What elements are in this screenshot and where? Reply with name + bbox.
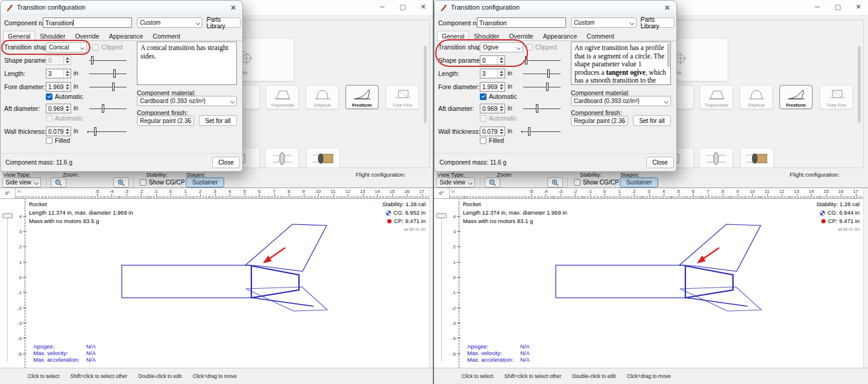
add-bulkhead-button[interactable] [699, 148, 733, 168]
add-freeform-fin-button[interactable]: Freeform [779, 85, 813, 109]
spinner-arrows-icon[interactable] [63, 127, 71, 136]
add-trapezoidal-fin-button[interactable]: Trapezoidal [700, 85, 733, 109]
slider-thumb[interactable] [112, 83, 115, 91]
view-type-select[interactable]: Side view [2, 177, 41, 187]
preset-select[interactable]: Custom [137, 17, 203, 28]
description-scrollbar[interactable] [667, 43, 670, 68]
maximize-button[interactable]: ▢ [398, 2, 407, 11]
spinner-arrows-icon[interactable] [63, 104, 71, 113]
spinner-arrows-icon[interactable] [497, 69, 505, 78]
fore-automatic-checkbox[interactable]: Automatic [46, 93, 83, 100]
slider-thumb[interactable] [528, 127, 530, 136]
close-button[interactable]: ✕ [418, 2, 428, 11]
component-name-input[interactable]: Transition [477, 17, 566, 28]
fore-diameter-slider[interactable] [523, 82, 561, 92]
clipped-checkbox[interactable]: Clipped [92, 43, 123, 51]
minimize-button[interactable]: ─ [377, 2, 387, 11]
aft-diameter-unit[interactable]: in [508, 105, 512, 112]
shape-parameter-slider[interactable] [89, 55, 127, 65]
preset-select[interactable]: Custom [571, 17, 637, 28]
sustainer-stage-toggle[interactable]: Sustainer [620, 177, 658, 187]
top-fin-outline[interactable] [245, 224, 327, 271]
slider-thumb[interactable] [546, 83, 549, 91]
aft-diameter-unit[interactable]: in [74, 105, 78, 112]
wall-thickness-unit[interactable]: in [74, 128, 78, 134]
clipped-checkbox[interactable]: Clipped [526, 43, 557, 51]
fore-automatic-checkbox[interactable]: Automatic [480, 93, 517, 100]
canvas-scrollbar[interactable] [863, 188, 868, 368]
minimize-button[interactable]: ─ [813, 2, 822, 11]
component-material-select[interactable]: Cardboard (0.393 oz/in³) [137, 96, 237, 106]
component-material-select[interactable]: Cardboard (0.393 oz/in³) [571, 96, 671, 106]
aft-automatic-checkbox[interactable]: Automatic [46, 115, 83, 122]
wall-thickness-spinner[interactable]: 0.079 [480, 127, 505, 136]
add-trapezoidal-fin-button[interactable]: Trapezoidal [266, 85, 299, 109]
shape-parameter-spinner[interactable]: 0 [46, 55, 71, 65]
show-cgcp-checkbox[interactable]: Show CG/CP [574, 177, 618, 187]
fore-diameter-unit[interactable]: in [508, 83, 512, 90]
dialog-titlebar[interactable]: Transition configuration ✕ [435, 1, 676, 15]
set-for-all-button[interactable]: Set for all [199, 115, 237, 126]
slider-thumb[interactable] [536, 104, 538, 113]
panel-scrollbar[interactable] [858, 46, 861, 123]
show-cgcp-checkbox[interactable]: Show CG/CP [140, 177, 184, 187]
spinner-arrows-icon[interactable] [63, 56, 71, 65]
top-fin-outline[interactable] [679, 224, 761, 271]
dialog-close-action-button[interactable]: Close [212, 157, 240, 168]
sustainer-stage-toggle[interactable]: Sustainer [186, 177, 224, 187]
slider-thumb[interactable] [113, 69, 116, 78]
slider-thumb[interactable] [102, 104, 104, 113]
zoom-out-button[interactable] [51, 177, 66, 187]
panel-scrollbar[interactable] [424, 46, 427, 123]
filled-checkbox[interactable]: Filled [46, 137, 70, 144]
add-engine-block-button[interactable] [306, 148, 340, 168]
length-unit[interactable]: in [508, 70, 512, 77]
fore-diameter-unit[interactable]: in [74, 83, 78, 90]
zoom-in-button[interactable] [547, 177, 563, 187]
spinner-arrows-icon[interactable] [497, 127, 505, 136]
add-tube-fins-button[interactable]: Tube Fins [820, 85, 853, 109]
add-bulkhead-button[interactable] [265, 148, 299, 168]
wall-thickness-slider[interactable] [523, 127, 561, 136]
component-finish-select[interactable]: Regular paint (2.36 mil) [137, 116, 194, 126]
aft-diameter-spinner[interactable]: 0.969 [480, 104, 505, 113]
aft-diameter-slider[interactable] [89, 104, 127, 113]
spinner-arrows-icon[interactable] [497, 56, 505, 65]
close-button[interactable]: ✕ [854, 2, 863, 11]
slider-thumb[interactable] [91, 56, 93, 65]
view-type-select[interactable]: Side view [436, 177, 475, 187]
rotation-slider-handle[interactable] [436, 213, 447, 218]
transition-shape-select[interactable]: Conical [46, 42, 87, 52]
zoom-in-button[interactable] [113, 177, 129, 187]
aft-diameter-slider[interactable] [523, 104, 561, 113]
add-elliptical-fin-button[interactable]: Elliptical [306, 85, 339, 109]
canvas-scrollbar[interactable] [429, 188, 434, 368]
component-finish-select[interactable]: Regular paint (2.36 mil) [571, 116, 628, 126]
length-unit[interactable]: in [74, 70, 78, 77]
component-name-input[interactable]: Transition [43, 17, 132, 28]
parts-library-button[interactable]: Parts Library [640, 17, 675, 28]
spinner-arrows-icon[interactable] [63, 83, 71, 91]
shape-parameter-spinner[interactable]: 0 [480, 55, 505, 65]
transition-shape-select[interactable]: Ogive [480, 42, 523, 52]
fore-diameter-spinner[interactable]: 1.969 [480, 82, 505, 92]
fore-diameter-slider[interactable] [89, 82, 127, 92]
shape-parameter-slider[interactable] [523, 55, 561, 65]
body-tube-outline[interactable] [122, 265, 251, 298]
length-slider[interactable] [523, 69, 561, 78]
wall-thickness-spinner[interactable]: 0.079 [46, 127, 71, 136]
add-freeform-fin-button[interactable]: Freeform [345, 85, 379, 109]
wall-thickness-slider[interactable] [89, 127, 127, 136]
length-spinner[interactable]: 3 [480, 69, 505, 78]
fore-diameter-spinner[interactable]: 1.969 [46, 82, 71, 92]
maximize-button[interactable]: ▢ [833, 2, 843, 11]
add-elliptical-fin-button[interactable]: Elliptical [740, 85, 773, 109]
slider-thumb[interactable] [547, 69, 550, 78]
parts-library-button[interactable]: Parts Library [206, 17, 241, 28]
spinner-arrows-icon[interactable] [497, 83, 505, 91]
rocket-canvas[interactable]: 0° in -5-4-3-2-1012345678910111213141516… [434, 187, 868, 368]
slider-thumb[interactable] [94, 127, 96, 136]
length-slider[interactable] [89, 69, 127, 78]
add-tube-fins-button[interactable]: Tube Fins [386, 85, 419, 109]
set-for-all-button[interactable]: Set for all [633, 115, 671, 126]
